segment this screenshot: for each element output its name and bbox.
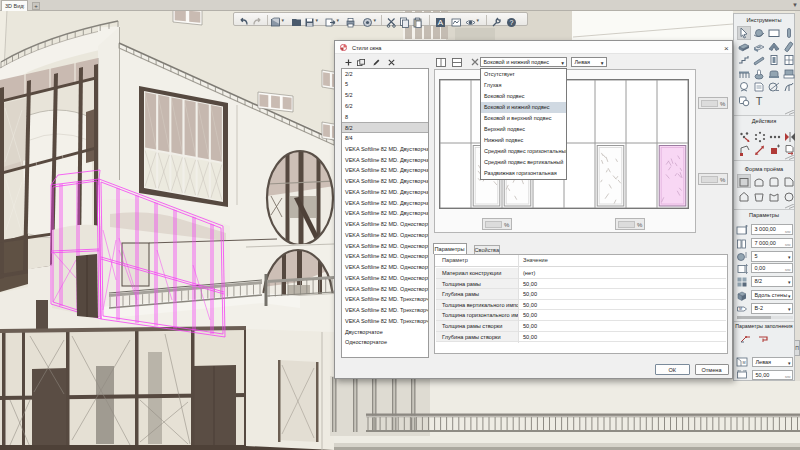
svg-text:м: м: [742, 360, 745, 365]
svg-text:A: A: [438, 18, 444, 27]
svg-text:?: ?: [510, 19, 514, 26]
svg-text:м: м: [739, 306, 742, 311]
svg-text:T: T: [756, 95, 763, 107]
